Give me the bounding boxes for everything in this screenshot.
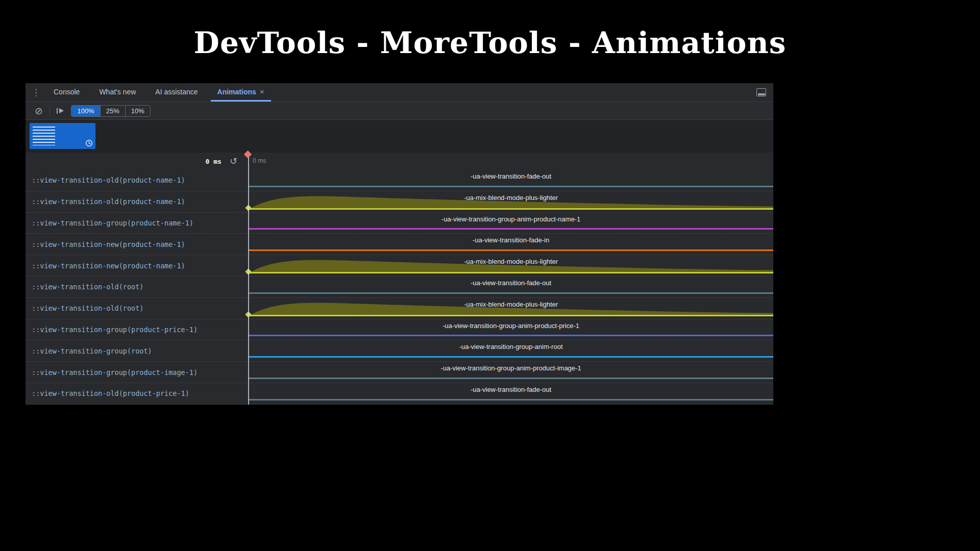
animation-selector: ::view-transition-group(product-price-1)	[26, 319, 249, 340]
playback-rate-group: 100% 25% 10%	[71, 105, 150, 117]
animation-line	[249, 186, 773, 187]
animation-row[interactable]: ::view-transition-old(root) -ua-mix-blen…	[26, 298, 773, 319]
animation-track[interactable]: -ua-view-transition-group-anim-root	[249, 340, 773, 361]
dock-side-icon-bar	[758, 93, 765, 95]
animation-selector: ::view-transition-old(product-name-1)	[26, 170, 249, 191]
playhead-line[interactable]	[248, 153, 249, 405]
rate-100-button[interactable]: 100%	[71, 106, 100, 116]
animation-name: -ua-view-transition-group-anim-product-p…	[249, 322, 773, 330]
animation-row[interactable]: ::view-transition-old(product-name-1) -u…	[26, 170, 773, 191]
tab-bar: ⋮ Console What's new AI assistance Anima…	[26, 83, 773, 102]
animation-line	[249, 335, 773, 336]
animation-line	[249, 378, 773, 379]
animation-selector: ::view-transition-new(product-name-1)	[26, 255, 249, 276]
clock-icon	[85, 139, 93, 147]
animation-row[interactable]: ::view-transition-old(root) -ua-view-tra…	[26, 277, 773, 298]
tabbar-spacer	[277, 83, 756, 102]
replay-icon[interactable]: ↺	[230, 157, 237, 166]
animation-row[interactable]: ::view-transition-old(product-price-1) -…	[26, 383, 773, 405]
animation-name: -ua-view-transition-group-anim-product-i…	[249, 364, 773, 372]
animation-line	[249, 356, 773, 358]
animation-track[interactable]: -ua-view-transition-fade-out	[249, 383, 773, 404]
animation-row[interactable]: ::view-transition-group(product-name-1) …	[26, 213, 773, 234]
animation-name: -ua-view-transition-fade-out	[249, 386, 773, 393]
animation-groups-strip	[26, 120, 773, 153]
animation-selector: ::view-transition-new(product-name-1)	[26, 234, 249, 255]
ruler-zero-label: 0 ms	[253, 157, 266, 164]
easing-curve	[249, 257, 773, 273]
rate-10-button[interactable]: 10%	[125, 106, 150, 116]
animation-track[interactable]: -ua-view-transition-fade-out	[249, 277, 773, 297]
animation-track[interactable]: -ua-mix-blend-mode-plus-lighter	[249, 298, 773, 319]
animation-row[interactable]: ::view-transition-new(product-name-1) -u…	[26, 255, 773, 277]
tab-console[interactable]: Console	[47, 83, 86, 102]
tab-label: Console	[54, 88, 80, 96]
tab-whats-new[interactable]: What's new	[92, 83, 142, 102]
animation-selector: ::view-transition-group(root)	[26, 340, 249, 361]
animation-line	[249, 228, 773, 230]
animation-line	[249, 249, 773, 251]
animation-track[interactable]: -ua-view-transition-group-anim-product-i…	[249, 362, 773, 383]
animation-rows: ::view-transition-old(product-name-1) -u…	[26, 170, 773, 405]
animation-track[interactable]: -ua-view-transition-fade-out	[249, 170, 773, 191]
animation-track[interactable]: -ua-view-transition-group-anim-product-n…	[249, 213, 773, 234]
animation-track[interactable]: -ua-mix-blend-mode-plus-lighter	[249, 255, 773, 276]
animation-name: -ua-view-transition-group-anim-root	[249, 343, 773, 350]
animation-selector: ::view-transition-group(product-name-1)	[26, 213, 249, 234]
page-title: DevTools - MoreTools - Animations	[0, 26, 980, 60]
animation-name: -ua-view-transition-fade-out	[249, 279, 773, 287]
devtools-panel: ⋮ Console What's new AI assistance Anima…	[26, 83, 773, 405]
animation-selector: ::view-transition-old(root)	[26, 298, 249, 319]
clear-all-icon[interactable]: ⊘	[35, 106, 43, 116]
animation-track[interactable]: -ua-view-transition-fade-in	[249, 234, 773, 255]
animation-row[interactable]: ::view-transition-group(root) -ua-view-t…	[26, 340, 773, 362]
play-triangle	[59, 108, 64, 113]
tab-label: What's new	[99, 88, 136, 96]
rate-25-button[interactable]: 25%	[100, 106, 125, 116]
animation-selector: ::view-transition-old(product-price-1)	[26, 383, 249, 404]
animation-name: -ua-view-transition-group-anim-product-n…	[249, 215, 773, 223]
timeline-header: 0 ms ↺ 0 ms	[26, 153, 773, 170]
preview-text-lines	[33, 127, 55, 145]
easing-curve	[249, 300, 773, 316]
close-tab-icon[interactable]: ×	[260, 87, 264, 96]
animation-track[interactable]: -ua-mix-blend-mode-plus-lighter	[249, 191, 773, 212]
animation-row[interactable]: ::view-transition-group(product-image-1)…	[26, 362, 773, 383]
animation-name: -ua-view-transition-fade-out	[249, 172, 773, 180]
animation-selector: ::view-transition-old(root)	[26, 277, 249, 297]
animation-selector: ::view-transition-old(product-name-1)	[26, 191, 249, 212]
tab-label: Animations	[217, 88, 256, 96]
animation-row[interactable]: ::view-transition-old(product-name-1) -u…	[26, 191, 773, 213]
toolbar-divider	[50, 106, 50, 115]
animation-line	[249, 292, 773, 294]
animation-name: -ua-view-transition-fade-in	[249, 236, 773, 244]
more-options-icon[interactable]: ⋮	[26, 83, 47, 102]
timeline-controls: 0 ms ↺	[26, 157, 249, 166]
easing-curve	[249, 193, 773, 210]
animations-toolbar: ⊘ 100% 25% 10%	[26, 102, 773, 120]
animation-row[interactable]: ::view-transition-new(product-name-1) -u…	[26, 234, 773, 255]
animation-row[interactable]: ::view-transition-group(product-price-1)…	[26, 319, 773, 341]
animation-line	[249, 399, 773, 400]
dock-side-icon[interactable]	[756, 88, 766, 96]
tab-ai-assistance[interactable]: AI assistance	[149, 83, 204, 102]
tab-label: AI assistance	[155, 88, 198, 96]
pause-resume-icon[interactable]	[57, 108, 64, 114]
animation-group-preview[interactable]	[30, 123, 95, 149]
animation-track[interactable]: -ua-view-transition-group-anim-product-p…	[249, 319, 773, 340]
current-time-label: 0 ms	[206, 158, 222, 165]
animation-selector: ::view-transition-group(product-image-1)	[26, 362, 249, 383]
tab-animations[interactable]: Animations ×	[211, 83, 271, 102]
pause-bar	[57, 108, 58, 114]
